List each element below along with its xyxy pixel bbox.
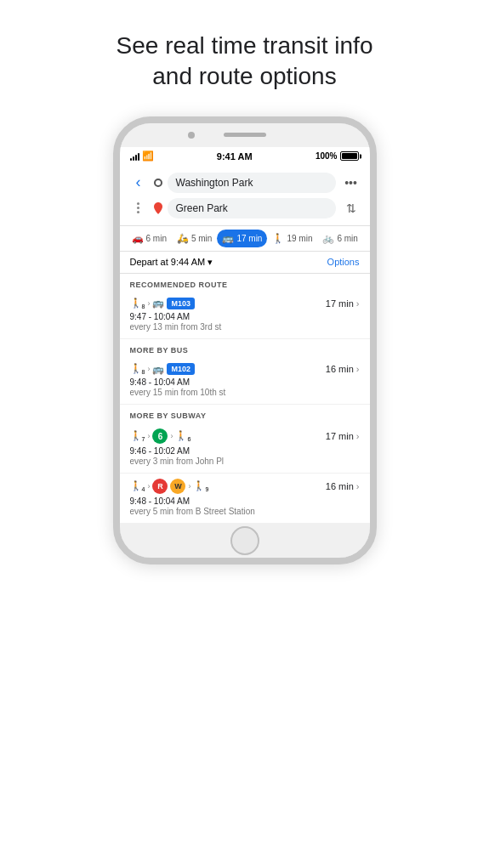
destination-input[interactable]: Green Park xyxy=(168,198,336,218)
status-left: 📶 xyxy=(130,150,154,162)
app-content: ‹ Washington Park ••• Gre xyxy=(120,166,370,524)
phone-speaker xyxy=(224,133,266,137)
origin-input[interactable]: Washington Park xyxy=(168,173,336,193)
headline: See real time transit info and route opt… xyxy=(0,0,489,116)
bike-icon: 🚲 xyxy=(322,233,334,244)
signal-icon xyxy=(130,152,139,161)
route-icons-m102: 🚶8 › 🚌 M102 xyxy=(130,363,195,375)
options-link[interactable]: Options xyxy=(327,257,360,267)
walk-icon-m103: 🚶8 xyxy=(130,298,145,309)
tab-transit[interactable]: 🚌 17 min xyxy=(217,230,267,247)
route-dots-icon xyxy=(128,202,149,213)
tab-walk[interactable]: 🚶 19 min xyxy=(267,230,317,247)
tab-car-label: 6 min xyxy=(146,234,167,243)
phone-frame: 📶 9:41 AM 100% ‹ Washington Park ••• xyxy=(113,116,377,564)
home-button[interactable] xyxy=(230,526,259,555)
duration-m102: 16 min xyxy=(326,364,354,374)
tab-car[interactable]: 🚗 6 min xyxy=(127,230,172,247)
tab-bike[interactable]: 🚲 6 min xyxy=(317,230,362,247)
chevron-m102: › xyxy=(356,364,360,374)
badge-6: 6 xyxy=(152,428,168,444)
route-icons-rw: 🚶4 › R W › 🚶9 xyxy=(130,479,209,494)
wifi-icon: 📶 xyxy=(142,150,154,162)
badge-w: W xyxy=(170,479,185,494)
phone-bottom-bezel xyxy=(120,524,370,558)
route-item-m102[interactable]: 🚶8 › 🚌 M102 16 min › 9:48 - 10:04 AM eve… xyxy=(120,358,370,405)
transport-tabs: 🚗 6 min 🛵 5 min 🚌 17 min 🚶 19 min 🚲 xyxy=(120,226,370,252)
route-item-m103[interactable]: 🚶8 › 🚌 M103 17 min › 9:47 - 10:04 AM eve… xyxy=(120,292,370,339)
arrow-1-6: › xyxy=(147,432,150,440)
bus-icon-m103: 🚌 xyxy=(152,298,164,309)
route-item-6-train[interactable]: 🚶7 › 6 › 🚶6 17 min › 9:46 - 10:02 AM eve… xyxy=(120,423,370,474)
arrow-2-rw: › xyxy=(188,482,190,491)
destination-row: Green Park ⇅ xyxy=(128,198,361,218)
time-range-rw: 9:48 - 10:04 AM xyxy=(130,496,360,506)
battery-percent: 100% xyxy=(316,151,338,161)
status-right: 100% xyxy=(316,151,360,161)
tab-bike-label: 6 min xyxy=(337,234,357,243)
freq-rw: every 5 min from B Street Station xyxy=(130,507,360,516)
phone-camera xyxy=(188,132,195,139)
battery-fill xyxy=(342,153,357,159)
section-recommended: RECOMMENDED ROUTE 🚶8 › 🚌 M103 17 min › xyxy=(120,274,370,339)
tab-transit-label: 17 min xyxy=(236,234,262,243)
tab-walk-label: 19 min xyxy=(287,234,312,243)
walk-icon: 🚶 xyxy=(272,233,284,244)
walk-icon-m102: 🚶8 xyxy=(130,363,145,375)
time-chevron-m103: 17 min › xyxy=(326,298,360,309)
walk-icon-rwb: 🚶9 xyxy=(193,480,208,492)
arrow-2-6: › xyxy=(170,432,173,440)
tab-moto[interactable]: 🛵 5 min xyxy=(172,230,217,247)
section-subway-label: MORE BY SUBWAY xyxy=(120,405,370,423)
badge-m103: M103 xyxy=(167,298,195,309)
origin-dot-icon xyxy=(154,179,162,187)
section-recommended-label: RECOMMENDED ROUTE xyxy=(120,274,370,292)
walk-icon-6b: 🚶6 xyxy=(175,430,190,442)
status-bar: 📶 9:41 AM 100% xyxy=(120,147,370,166)
time-range-m103: 9:47 - 10:04 AM xyxy=(130,312,360,321)
tab-moto-label: 5 min xyxy=(191,234,212,243)
duration-rw: 16 min xyxy=(326,481,354,491)
walk-icon-6a: 🚶7 xyxy=(130,430,145,442)
section-subway: MORE BY SUBWAY 🚶7 › 6 › 🚶6 17 min xyxy=(120,405,370,524)
duration-m103: 17 min xyxy=(326,298,354,309)
time-chevron-rw: 16 min › xyxy=(326,481,360,491)
depart-label[interactable]: Depart at 9:44 AM ▾ xyxy=(130,257,213,268)
transit-icon: 🚌 xyxy=(222,233,234,244)
search-section: ‹ Washington Park ••• Gre xyxy=(120,166,370,226)
badge-m102: M102 xyxy=(167,363,195,375)
time-range-m102: 9:48 - 10:04 AM xyxy=(130,377,360,387)
chevron-m103: › xyxy=(356,298,360,309)
depart-row: Depart at 9:44 AM ▾ Options xyxy=(120,252,370,274)
route-icons-m103: 🚶8 › 🚌 M103 xyxy=(130,298,195,309)
time-chevron-6: 17 min › xyxy=(326,431,360,441)
time-range-6: 9:46 - 10:02 AM xyxy=(130,446,360,456)
freq-6: every 3 min from John Pl xyxy=(130,457,360,466)
chevron-6: › xyxy=(356,431,360,441)
freq-m102: every 15 min from 10th st xyxy=(130,388,360,397)
phone-wrapper: 📶 9:41 AM 100% ‹ Washington Park ••• xyxy=(113,116,377,678)
route-top-m102: 🚶8 › 🚌 M102 16 min › xyxy=(130,363,360,375)
moto-icon: 🛵 xyxy=(177,233,189,244)
route-icons-6: 🚶7 › 6 › 🚶6 xyxy=(130,428,191,444)
origin-row: ‹ Washington Park ••• xyxy=(128,173,361,193)
time-chevron-m102: 16 min › xyxy=(326,364,360,374)
more-button[interactable]: ••• xyxy=(341,176,361,190)
headline-line2: and route options xyxy=(152,63,336,89)
route-top-rw: 🚶4 › R W › 🚶9 16 min › xyxy=(130,479,360,494)
section-bus-label: MORE BY BUS xyxy=(120,339,370,358)
phone-top-bezel xyxy=(120,123,370,147)
bus-icon-m102: 🚌 xyxy=(152,364,164,375)
destination-pin-icon xyxy=(154,202,162,214)
section-bus: MORE BY BUS 🚶8 › 🚌 M102 16 min › xyxy=(120,339,370,405)
route-top-6: 🚶7 › 6 › 🚶6 17 min › xyxy=(130,428,360,444)
headline-line1: See real time transit info xyxy=(117,32,373,59)
badge-r: R xyxy=(152,479,168,494)
battery-icon xyxy=(340,151,359,161)
walk-icon-rwa: 🚶4 xyxy=(130,480,145,492)
back-button[interactable]: ‹ xyxy=(128,173,149,191)
swap-button[interactable]: ⇅ xyxy=(341,201,361,215)
arrow-1-m102: › xyxy=(147,365,150,373)
duration-6: 17 min xyxy=(326,431,354,441)
route-item-rw-train[interactable]: 🚶4 › R W › 🚶9 16 min › 9:48 - 10:04 AM xyxy=(120,474,370,524)
